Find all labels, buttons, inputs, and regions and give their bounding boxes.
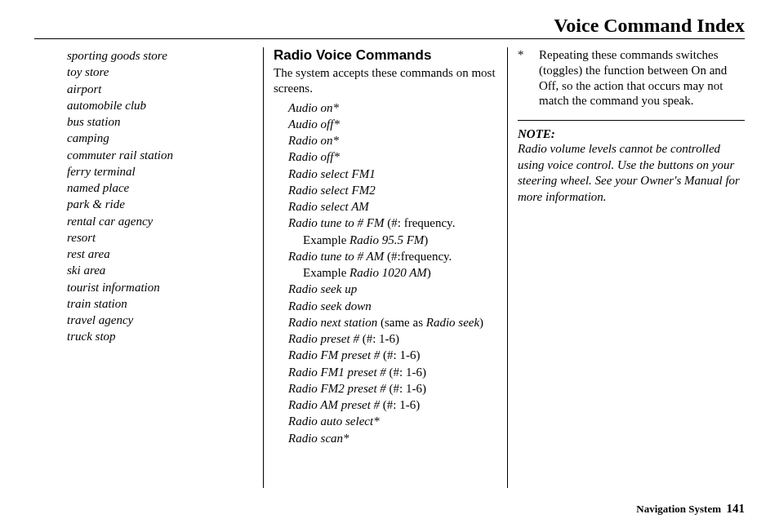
header-rule: Voice Command Index bbox=[34, 15, 745, 39]
list-item: automobile club bbox=[67, 97, 253, 113]
poi-list: sporting goods store toy store airport a… bbox=[67, 47, 253, 345]
command-item: Radio select AM bbox=[288, 200, 369, 213]
list-item: ferry terminal bbox=[67, 163, 253, 180]
command-item: Audio on* bbox=[288, 101, 339, 114]
column-right: * Repeating these commands switches (tog… bbox=[508, 47, 745, 488]
list-item: train station bbox=[67, 295, 253, 312]
list-item: bus station bbox=[67, 113, 253, 130]
column-left: sporting goods store toy store airport a… bbox=[34, 47, 263, 488]
command-item: Audio off* bbox=[288, 117, 340, 131]
command-item: Radio select FM2 bbox=[288, 184, 376, 197]
command-item: Radio FM2 preset # (#: 1-6) bbox=[274, 380, 497, 397]
asterisk-footnote: * Repeating these commands switches (tog… bbox=[518, 47, 745, 109]
footer-label: Navigation System bbox=[636, 503, 721, 515]
command-list: Audio on* Audio off* Radio on* Radio off… bbox=[274, 100, 497, 446]
list-item: rental car agency bbox=[67, 213, 253, 229]
divider bbox=[518, 120, 745, 121]
section-heading: Radio Voice Commands bbox=[274, 47, 497, 64]
list-item: travel agency bbox=[67, 312, 253, 328]
note-body: Radio volume levels cannot be controlled… bbox=[518, 141, 745, 205]
command-item: Radio auto select* bbox=[288, 415, 380, 428]
list-item: rest area bbox=[67, 246, 253, 262]
command-item: Radio scan* bbox=[288, 432, 349, 445]
command-item: Radio tune to # AM (#:frequency. Example… bbox=[274, 248, 497, 282]
section-intro: The system accepts these commands on mos… bbox=[274, 65, 497, 96]
page-number: 141 bbox=[727, 502, 746, 515]
list-item: truck stop bbox=[67, 328, 253, 344]
list-item: named place bbox=[67, 180, 253, 196]
command-item: Radio next station (same as Radio seek) bbox=[274, 314, 497, 330]
list-item: toy store bbox=[67, 64, 253, 80]
command-item: Radio on* bbox=[288, 134, 339, 147]
list-item: ski area bbox=[67, 262, 253, 278]
command-item: Radio tune to # FM (#: frequency. Exampl… bbox=[274, 215, 497, 248]
page-title: Voice Command Index bbox=[554, 15, 745, 36]
list-item: commuter rail station bbox=[67, 147, 253, 163]
command-item: Radio AM preset # (#: 1-6) bbox=[274, 397, 497, 413]
command-item: Radio preset # (#: 1-6) bbox=[274, 330, 497, 347]
content-columns: sporting goods store toy store airport a… bbox=[34, 47, 745, 488]
list-item: sporting goods store bbox=[67, 47, 253, 64]
command-item: Radio select FM1 bbox=[288, 167, 376, 180]
command-item: Radio seek down bbox=[288, 299, 372, 313]
page: Voice Command Index sporting goods store… bbox=[0, 0, 779, 532]
note-heading: NOTE: bbox=[518, 127, 745, 141]
list-item: tourist information bbox=[67, 279, 253, 295]
list-item: park & ride bbox=[67, 196, 253, 212]
asterisk-symbol: * bbox=[518, 47, 539, 109]
command-item: Radio FM1 preset # (#: 1-6) bbox=[274, 364, 497, 380]
command-item: Radio seek up bbox=[288, 282, 357, 295]
list-item: resort bbox=[67, 229, 253, 246]
command-item: Radio FM preset # (#: 1-6) bbox=[274, 347, 497, 363]
command-item: Radio off* bbox=[288, 150, 340, 163]
asterisk-text: Repeating these commands switches (toggl… bbox=[539, 47, 745, 109]
list-item: airport bbox=[67, 81, 253, 97]
column-middle: Radio Voice Commands The system accepts … bbox=[263, 47, 508, 488]
list-item: camping bbox=[67, 130, 253, 146]
page-footer: Navigation System 141 bbox=[636, 502, 745, 516]
